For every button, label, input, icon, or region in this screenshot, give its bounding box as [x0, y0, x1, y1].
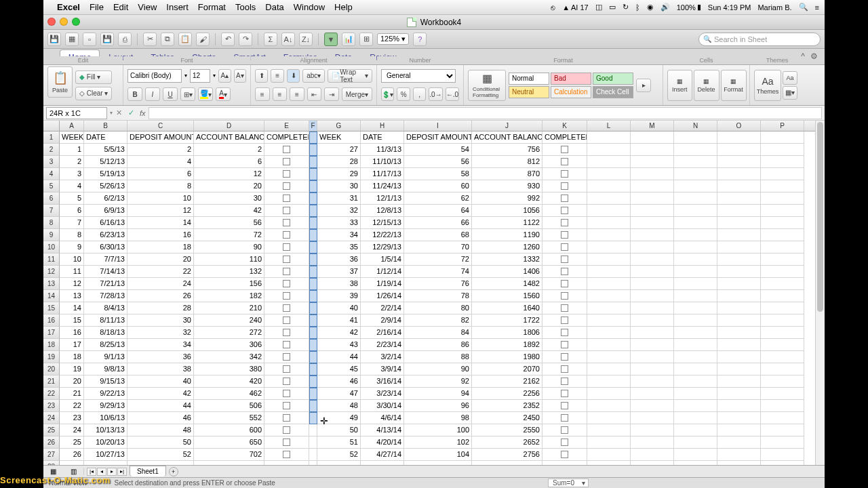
autosum-button[interactable]: Σ [264, 33, 277, 46]
format-cells-button[interactable]: ▦Format [721, 70, 747, 101]
cell-date[interactable]: 6/23/13 [84, 229, 127, 241]
cell-week[interactable]: 15 [60, 314, 84, 327]
cell-week-2[interactable]: 30 [317, 180, 361, 192]
cell-deposit-2[interactable]: 62 [404, 192, 472, 205]
cell-f3[interactable] [309, 156, 317, 168]
checkbox-icon[interactable] [561, 231, 568, 239]
cell-completed[interactable] [264, 253, 309, 266]
underline-button[interactable]: U [163, 87, 178, 101]
row-header-22[interactable]: 22 [43, 388, 60, 400]
cell-L15[interactable] [587, 302, 631, 314]
cell-balance-2[interactable]: 2352 [472, 400, 542, 412]
cell-P15[interactable] [761, 302, 804, 314]
cell-date-2[interactable]: 1/12/14 [361, 266, 404, 278]
cell-deposit-2[interactable]: 88 [404, 351, 472, 363]
cell-N23[interactable] [674, 400, 717, 412]
row-header-4[interactable]: 4 [43, 168, 60, 180]
cell-completed-2[interactable] [542, 266, 587, 278]
cell-N4[interactable] [674, 168, 717, 180]
cell-date-2[interactable]: 1/5/14 [361, 253, 404, 266]
cell-M4[interactable] [631, 168, 674, 180]
checkbox-icon[interactable] [561, 390, 568, 397]
cell-L27[interactable] [587, 449, 631, 461]
cancel-formula-icon[interactable]: ✕ [113, 107, 125, 119]
cell-O16[interactable] [717, 314, 761, 327]
increase-decimal-button[interactable]: .0→ [429, 87, 442, 101]
clear-button[interactable]: ◇ Clear ▾ [75, 87, 112, 100]
conditional-formatting-button[interactable]: ▦Conditional Formatting [468, 70, 506, 101]
checkbox-icon[interactable] [283, 341, 290, 348]
cell-week[interactable]: 22 [60, 400, 84, 412]
cell-date[interactable]: 7/14/13 [84, 266, 127, 278]
cell-M18[interactable] [631, 339, 674, 351]
insert-cells-button[interactable]: ▦Insert [667, 70, 692, 101]
cell-L20[interactable] [587, 363, 631, 375]
cell-week-2[interactable]: 51 [317, 436, 361, 449]
checkbox-icon[interactable] [561, 304, 568, 312]
cell-deposit-2[interactable]: 60 [404, 180, 472, 192]
checkbox-icon[interactable] [561, 439, 568, 446]
cell-date-2[interactable]: 4/13/14 [361, 424, 404, 436]
cell-deposit-2[interactable]: 90 [404, 363, 472, 375]
cell-deposit[interactable]: 30 [127, 314, 194, 327]
cell-P16[interactable] [761, 314, 804, 327]
cell-M19[interactable] [631, 351, 674, 363]
cell-date-2[interactable]: 12/1/13 [361, 192, 404, 205]
comma-button[interactable]: , [413, 87, 426, 101]
sheet-tab-sheet1[interactable]: Sheet1 [130, 466, 166, 476]
cell-deposit-2[interactable]: 74 [404, 266, 472, 278]
cell-completed[interactable] [264, 266, 309, 278]
cell-week-2[interactable]: 52 [317, 449, 361, 461]
row-header-14[interactable]: 14 [43, 290, 60, 302]
cell-completed[interactable] [264, 217, 309, 229]
menu-data[interactable]: Data [265, 2, 283, 12]
cell-O22[interactable] [717, 388, 761, 400]
cell-week[interactable]: 11 [60, 266, 84, 278]
bold-button[interactable]: B [127, 87, 142, 101]
cell-N20[interactable] [674, 363, 717, 375]
cell-P13[interactable] [761, 278, 804, 290]
cell-L24[interactable] [587, 412, 631, 424]
checkbox-icon[interactable] [561, 219, 568, 226]
cell-deposit[interactable]: 26 [127, 290, 194, 302]
row-header-15[interactable]: 15 [43, 302, 60, 314]
cell-O23[interactable] [717, 400, 761, 412]
cell-completed[interactable] [264, 144, 309, 156]
col-header-O[interactable]: O [717, 121, 761, 131]
cell-P3[interactable] [761, 156, 804, 168]
cell-completed-2[interactable] [542, 339, 587, 351]
cell-balance-2[interactable]: 1640 [472, 302, 542, 314]
cell-f27[interactable] [309, 449, 317, 461]
cell-N19[interactable] [674, 351, 717, 363]
minimize-button[interactable] [60, 18, 68, 26]
delete-cells-button[interactable]: ▦Delete [694, 70, 719, 101]
cell-deposit-2[interactable]: 100 [404, 424, 472, 436]
cell-M15[interactable] [631, 302, 674, 314]
cell-H28[interactable] [361, 461, 404, 465]
cell-week[interactable]: 5 [60, 192, 84, 205]
cell-N11[interactable] [674, 253, 717, 266]
cell-week-2[interactable]: 50 [317, 424, 361, 436]
cell-M2[interactable] [631, 144, 674, 156]
cell-N15[interactable] [674, 302, 717, 314]
cell-M22[interactable] [631, 388, 674, 400]
cell-O2[interactable] [717, 144, 761, 156]
cell-deposit[interactable]: 20 [127, 253, 194, 266]
cell-deposit-2[interactable]: 76 [404, 278, 472, 290]
cell-deposit[interactable]: 2 [127, 144, 194, 156]
checkbox-icon[interactable] [561, 207, 568, 214]
chart-button[interactable]: 📊 [342, 33, 355, 46]
row-header-7[interactable]: 7 [43, 205, 60, 217]
cell-balance-2[interactable]: 1332 [472, 253, 542, 266]
row-header-12[interactable]: 12 [43, 266, 60, 278]
cell-deposit[interactable]: 42 [127, 388, 194, 400]
cell-M5[interactable] [631, 180, 674, 192]
cell-completed-2[interactable] [542, 388, 587, 400]
cell-deposit[interactable]: 36 [127, 351, 194, 363]
row-header-6[interactable]: 6 [43, 192, 60, 205]
cell-date-2[interactable]: 3/30/14 [361, 400, 404, 412]
cell-N13[interactable] [674, 278, 717, 290]
currency-button[interactable]: 💲▾ [381, 87, 394, 101]
cell-O9[interactable] [717, 229, 761, 241]
cell-completed[interactable] [264, 156, 309, 168]
